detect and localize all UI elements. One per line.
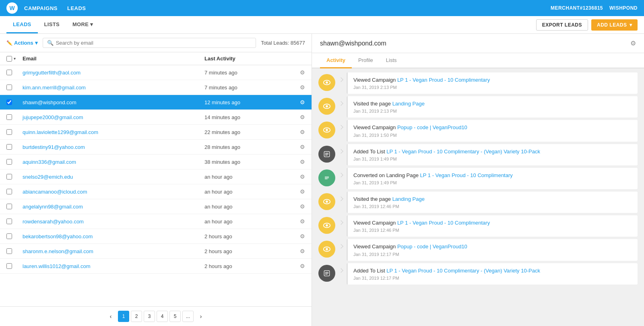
- row-email: angelalynn98@gmail.com: [23, 204, 204, 210]
- row-activity: an hour ago: [204, 174, 285, 180]
- row-gear-icon[interactable]: ⚙: [300, 69, 305, 76]
- row-gear-icon[interactable]: ⚙: [300, 203, 305, 210]
- pagination-page-2[interactable]: 2: [131, 311, 142, 322]
- row-checkbox[interactable]: [6, 129, 12, 135]
- row-gear-icon[interactable]: ⚙: [300, 144, 305, 150]
- tab-profile[interactable]: Profile: [352, 53, 380, 68]
- table-row[interactable]: shawn@wishpond.com 12 minutes ago ⚙: [0, 95, 312, 110]
- row-gear-icon[interactable]: ⚙: [300, 233, 305, 239]
- checkbox-dropdown-icon[interactable]: ▾: [14, 56, 16, 61]
- row-checkbox[interactable]: [6, 174, 12, 180]
- row-checkbox[interactable]: [6, 114, 12, 120]
- pagination-page-3[interactable]: 3: [144, 311, 155, 322]
- row-gear-icon[interactable]: ⚙: [300, 173, 305, 180]
- activity-icon: [318, 193, 335, 210]
- row-checkbox[interactable]: [6, 85, 12, 90]
- row-checkbox[interactable]: [6, 204, 12, 209]
- table-row[interactable]: snelso29@emich.edu an hour ago ⚙: [0, 169, 312, 184]
- tab-more[interactable]: MORE ▾: [66, 16, 99, 33]
- pagination-next[interactable]: ›: [195, 311, 206, 322]
- row-checkbox[interactable]: [6, 159, 12, 165]
- row-checkbox[interactable]: [6, 263, 12, 269]
- table-row[interactable]: quinn.laviolette1299@gmail.com 22 minute…: [0, 125, 312, 140]
- tab-leads[interactable]: LEADS: [6, 16, 38, 33]
- nav-campaigns[interactable]: CAMPAIGNS: [24, 5, 58, 11]
- table-row[interactable]: abiancamanoo@icloud.com an hour ago ⚙: [0, 184, 312, 199]
- activity-link[interactable]: LP 1 - Vegan Proud - 10 Complimentary - …: [386, 268, 540, 274]
- row-gear-icon[interactable]: ⚙: [300, 263, 305, 269]
- table-row[interactable]: jujupepe2000@gmail.com 14 minutes ago ⚙: [0, 110, 312, 125]
- activity-link[interactable]: LP 1 - Vegan Proud - 10 Complimentary: [420, 172, 513, 178]
- row-activity: an hour ago: [204, 219, 285, 225]
- right-panel: shawn@wishpond.com ⚙ Activity Profile Li…: [312, 34, 644, 326]
- row-checkbox[interactable]: [6, 189, 12, 194]
- row-checkbox[interactable]: [6, 233, 12, 239]
- row-checkbox[interactable]: [6, 99, 12, 105]
- tab-lists[interactable]: Lists: [380, 53, 403, 68]
- row-gear-icon[interactable]: ⚙: [300, 218, 305, 225]
- toolbar: ✏️ Actions ▾ 🔍 Total Leads: 85677: [0, 34, 312, 52]
- select-all-checkbox[interactable]: [6, 56, 12, 62]
- activity-link[interactable]: Popup - code | VeganProud10: [397, 124, 467, 130]
- row-checkbox[interactable]: [6, 219, 12, 224]
- activity-item: Viewed Campaign Popup - code | VeganProu…: [318, 239, 638, 260]
- row-email: snelso29@emich.edu: [23, 174, 204, 180]
- pagination-page-5[interactable]: 5: [169, 311, 181, 322]
- row-gear-icon[interactable]: ⚙: [300, 84, 305, 91]
- row-gear-icon[interactable]: ⚙: [300, 114, 305, 120]
- row-gear-icon[interactable]: ⚙: [300, 248, 305, 254]
- merchant-id: MERCHANT#1236815: [551, 5, 603, 11]
- table-row[interactable]: sharonm.e.nelson@gmail.com 2 hours ago ⚙: [0, 244, 312, 259]
- activity-feed: Viewed Campaign LP 1 - Vegan Proud - 10 …: [312, 68, 644, 326]
- tab-activity[interactable]: Activity: [320, 53, 352, 68]
- activity-item: Converted on Landing Page LP 1 - Vegan P…: [318, 168, 638, 189]
- export-leads-button[interactable]: EXPORT LEADS: [536, 19, 588, 31]
- table-row[interactable]: bekarobertson98@yahoo.com 2 hours ago ⚙: [0, 229, 312, 244]
- row-activity: 2 hours ago: [204, 263, 285, 269]
- table-row[interactable]: grimygutterfilth@aol.com 7 minutes ago ⚙: [0, 65, 312, 80]
- table-row[interactable]: lauren.willis1012@gmail.com 2 hours ago …: [0, 259, 312, 274]
- activity-link[interactable]: LP 1 - Vegan Proud - 10 Complimentary: [397, 220, 490, 226]
- row-gear-icon[interactable]: ⚙: [300, 188, 305, 195]
- activity-icon: [318, 122, 335, 138]
- lead-settings-icon[interactable]: ⚙: [630, 39, 636, 47]
- pagination-page-1[interactable]: 1: [118, 311, 129, 322]
- activity-link[interactable]: LP 1 - Vegan Proud - 10 Complimentary: [397, 77, 490, 83]
- activity-text: Added To List LP 1 - Vegan Proud - 10 Co…: [353, 148, 632, 155]
- row-checkbox[interactable]: [6, 144, 12, 150]
- row-checkbox[interactable]: [6, 70, 12, 75]
- pagination-prev[interactable]: ‹: [105, 311, 116, 322]
- svg-point-2: [326, 82, 328, 83]
- tab-lists[interactable]: LISTS: [38, 16, 66, 33]
- activity-link[interactable]: Landing Page: [392, 101, 425, 107]
- table-row[interactable]: rowdensarah@yahoo.com an hour ago ⚙: [0, 214, 312, 229]
- activity-link[interactable]: LP 1 - Vegan Proud - 10 Complimentary - …: [386, 149, 540, 155]
- email-column-header: Email: [23, 56, 204, 62]
- total-leads: Total Leads: 85677: [261, 40, 305, 46]
- activity-time: Jan 31, 2019 2:13 PM: [353, 109, 632, 113]
- search-wrapper: 🔍: [43, 38, 256, 48]
- svg-point-5: [326, 106, 328, 107]
- row-checkbox[interactable]: [6, 248, 12, 254]
- pagination-page-4[interactable]: 4: [157, 311, 168, 322]
- row-gear-icon[interactable]: ⚙: [300, 159, 305, 165]
- activity-icon: [318, 146, 335, 163]
- activity-text: Visited the page Landing Page: [353, 196, 632, 203]
- add-leads-button[interactable]: ADD LEADS ▾: [591, 19, 638, 31]
- row-gear-icon[interactable]: ⚙: [300, 129, 305, 135]
- table-row[interactable]: kim.ann.merrill@gmail.com 7 minutes ago …: [0, 80, 312, 95]
- table-row[interactable]: angelalynn98@gmail.com an hour ago ⚙: [0, 199, 312, 214]
- row-email: lauren.willis1012@gmail.com: [23, 263, 204, 269]
- table-row[interactable]: burtdestiny91@yahoo.com 28 minutes ago ⚙: [0, 140, 312, 155]
- table-row[interactable]: aquinn336@gmail.com 38 minutes ago ⚙: [0, 155, 312, 169]
- search-input[interactable]: [56, 40, 252, 46]
- row-gear-icon[interactable]: ⚙: [300, 99, 305, 105]
- row-email: shawn@wishpond.com: [23, 99, 204, 105]
- activity-link[interactable]: Landing Page: [392, 196, 425, 202]
- actions-button[interactable]: ✏️ Actions ▾: [6, 40, 38, 46]
- svg-point-19: [326, 201, 328, 202]
- activity-link[interactable]: Popup - code | VeganProud10: [397, 243, 467, 250]
- activity-content: Viewed Campaign LP 1 - Vegan Proud - 10 …: [347, 72, 638, 94]
- table-header: ▾ Email Last Activity: [0, 52, 312, 65]
- nav-leads[interactable]: LEADS: [67, 5, 86, 11]
